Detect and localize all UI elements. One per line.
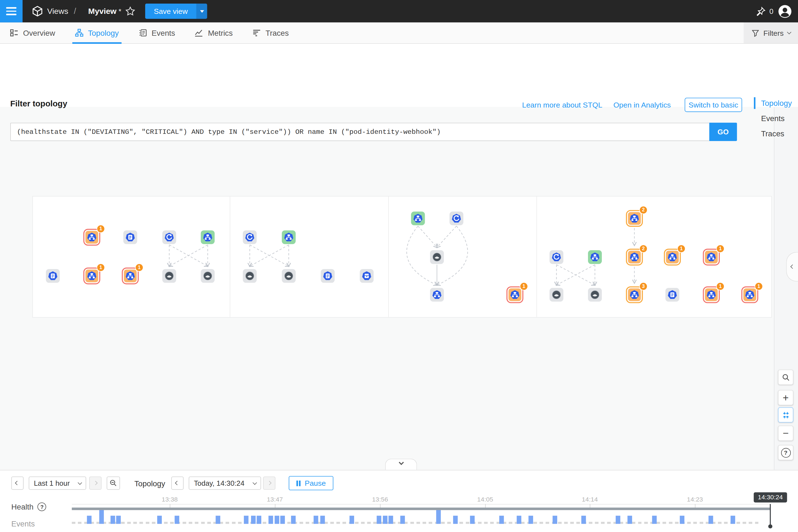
topology-node-service[interactable]: 3 xyxy=(626,286,643,303)
topology-node-service[interactable] xyxy=(430,288,444,302)
star-icon[interactable] xyxy=(125,0,135,22)
topology-node-sync[interactable] xyxy=(549,250,563,264)
event-bar[interactable] xyxy=(349,516,354,524)
event-bar[interactable] xyxy=(377,516,381,524)
event-bar[interactable] xyxy=(453,516,458,524)
event-bar[interactable] xyxy=(174,516,179,524)
tab-topology[interactable]: Topology xyxy=(65,22,129,43)
event-bar[interactable] xyxy=(652,516,657,524)
event-bar[interactable] xyxy=(87,516,92,524)
event-bar[interactable] xyxy=(251,516,256,524)
topology-node-sync[interactable] xyxy=(163,230,176,244)
topology-node-pod[interactable] xyxy=(201,269,215,283)
zoom-out-button[interactable]: − xyxy=(778,425,794,441)
event-bar[interactable] xyxy=(552,516,557,524)
event-bar[interactable] xyxy=(680,516,684,524)
topology-canvas[interactable]: 11112211311 + − ? xyxy=(0,107,798,470)
zoom-in-button[interactable]: + xyxy=(778,390,794,405)
collapse-timeline-handle[interactable] xyxy=(385,459,417,470)
tab-overview[interactable]: Overview xyxy=(0,22,65,43)
topology-node-service[interactable] xyxy=(282,230,296,244)
playhead-dot[interactable] xyxy=(768,524,773,528)
event-bar[interactable] xyxy=(99,510,104,524)
canvas-search-button[interactable] xyxy=(778,369,794,385)
event-bar[interactable] xyxy=(320,516,325,524)
stql-help-link[interactable]: Learn more about STQL xyxy=(522,101,602,109)
topology-node-service[interactable]: 2 xyxy=(626,210,643,227)
save-view-button[interactable]: Save view xyxy=(145,4,207,19)
health-help-icon[interactable]: ? xyxy=(38,502,46,511)
topology-node-service[interactable]: 1 xyxy=(703,286,720,303)
canvas-help-button[interactable]: ? xyxy=(778,445,794,460)
breadcrumb-views[interactable]: Views xyxy=(47,0,68,22)
save-view-label[interactable]: Save view xyxy=(145,4,196,19)
topology-node-service[interactable] xyxy=(588,250,602,264)
event-bar[interactable] xyxy=(499,516,504,524)
event-bar[interactable] xyxy=(256,516,261,524)
topology-node-service[interactable]: 1 xyxy=(664,249,681,266)
switch-to-basic-button[interactable]: Switch to basic xyxy=(685,98,742,112)
save-view-dropdown[interactable] xyxy=(196,4,207,19)
event-bar[interactable] xyxy=(528,516,533,524)
stql-query-input[interactable] xyxy=(10,123,709,141)
topology-node-box[interactable] xyxy=(360,269,374,283)
topology-node-pod[interactable] xyxy=(282,269,296,283)
topology-node-service[interactable] xyxy=(411,211,425,225)
rail-item-topology[interactable]: Topology xyxy=(761,99,792,107)
pin-icon[interactable] xyxy=(755,0,766,22)
health-state-bar[interactable] xyxy=(72,508,770,510)
topology-node-list[interactable] xyxy=(321,269,335,283)
topology-node-service[interactable]: 2 xyxy=(626,249,643,266)
event-bar[interactable] xyxy=(157,516,162,524)
topology-node-service[interactable]: 1 xyxy=(122,268,139,285)
event-bar[interactable] xyxy=(274,516,279,524)
topology-node-service[interactable]: 1 xyxy=(83,268,100,285)
tab-traces[interactable]: Traces xyxy=(243,22,299,43)
event-bar[interactable] xyxy=(616,516,621,524)
event-bar[interactable] xyxy=(383,516,388,524)
event-bar[interactable] xyxy=(517,516,521,524)
event-bar[interactable] xyxy=(470,516,475,524)
topology-node-sync[interactable] xyxy=(243,230,256,244)
topology-node-service[interactable]: 1 xyxy=(83,229,100,246)
event-bar[interactable] xyxy=(581,516,586,524)
tab-events[interactable]: Events xyxy=(129,22,185,43)
rail-item-traces[interactable]: Traces xyxy=(761,129,784,138)
event-bar[interactable] xyxy=(314,516,318,524)
go-button[interactable]: GO xyxy=(709,123,737,141)
topology-node-list[interactable] xyxy=(123,230,137,244)
tab-metrics[interactable]: Metrics xyxy=(185,22,243,43)
rail-item-events[interactable]: Events xyxy=(761,114,785,123)
event-bar[interactable] xyxy=(244,516,249,524)
topology-node-service[interactable]: 1 xyxy=(703,249,720,266)
topology-node-service[interactable]: 1 xyxy=(507,286,524,303)
event-bar[interactable] xyxy=(436,510,441,524)
event-bar[interactable] xyxy=(215,516,220,524)
event-bar[interactable] xyxy=(627,516,632,524)
topology-node-pod[interactable] xyxy=(588,288,602,302)
pin-count[interactable]: 0 xyxy=(770,0,773,22)
topology-node-list[interactable] xyxy=(46,269,60,283)
fit-to-screen-button[interactable] xyxy=(778,407,794,422)
event-bar[interactable] xyxy=(111,516,115,524)
topology-node-sync[interactable] xyxy=(450,211,463,225)
topology-node-pod[interactable] xyxy=(430,250,444,264)
filters-button[interactable]: Filters xyxy=(744,22,798,43)
event-bar[interactable] xyxy=(116,516,121,524)
hamburger-menu-icon[interactable] xyxy=(0,0,22,22)
collapse-right-panel-handle[interactable] xyxy=(786,252,798,282)
event-bar[interactable] xyxy=(400,516,405,524)
event-bar[interactable] xyxy=(291,516,296,524)
event-bar[interactable] xyxy=(268,516,273,524)
event-bar[interactable] xyxy=(708,516,713,524)
topology-node-pod[interactable] xyxy=(549,288,563,302)
topology-node-service[interactable]: 1 xyxy=(741,286,758,303)
topology-node-service[interactable] xyxy=(201,230,215,244)
time-back-button[interactable] xyxy=(11,477,23,490)
event-bar[interactable] xyxy=(388,516,393,524)
topology-node-pod[interactable] xyxy=(163,269,176,283)
event-bar[interactable] xyxy=(280,516,285,524)
topology-node-pod[interactable] xyxy=(243,269,256,283)
event-bar[interactable] xyxy=(731,516,735,524)
topology-node-list[interactable] xyxy=(666,288,679,302)
